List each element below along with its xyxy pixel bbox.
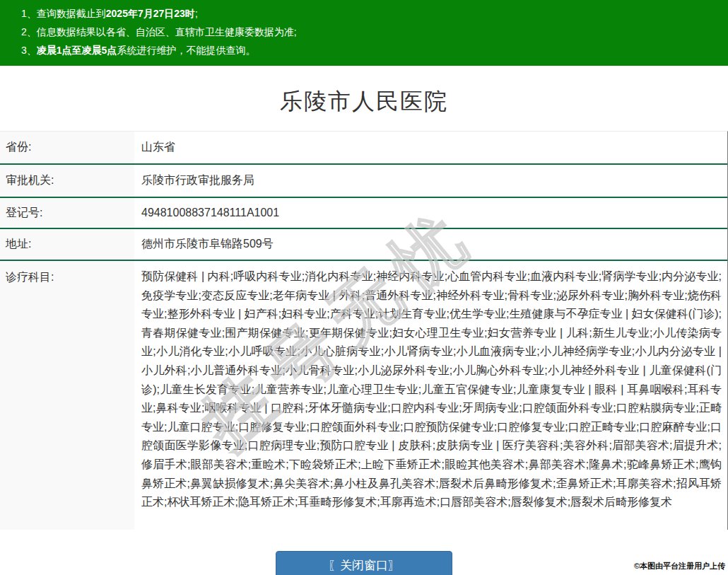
notice-line-3-num: 3、 bbox=[21, 45, 37, 56]
table-row-registration-number: 登记号: 49481008837148111A1001 bbox=[0, 198, 727, 229]
table-row-province: 省份: 山东省 bbox=[0, 132, 727, 165]
departments-label: 诊疗科目: bbox=[0, 261, 134, 530]
approval-authority-label: 审批机关: bbox=[0, 165, 134, 197]
province-value: 山东省 bbox=[134, 132, 727, 163]
address-label: 地址: bbox=[0, 229, 134, 260]
address-value: 德州市乐陵市阜锦路509号 bbox=[134, 229, 727, 260]
notice-line-1-num: 1、 bbox=[21, 8, 37, 19]
notice-line-2-text: 信息数据结果以各省、自治区、直辖市卫生健康委数据为准; bbox=[37, 26, 297, 37]
approval-authority-value: 乐陵市行政审批服务局 bbox=[134, 165, 727, 197]
registration-number-value: 49481008837148111A1001 bbox=[134, 198, 727, 228]
notice-line-2: 2、信息数据结果以各省、自治区、直辖市卫生健康委数据为准; bbox=[0, 23, 728, 41]
notice-line-3-bold: 凌晨1点至凌晨5点 bbox=[37, 45, 117, 56]
registration-number-label: 登记号: bbox=[0, 198, 134, 228]
table-row-departments: 诊疗科目: 预防保健科 | 内科;呼吸内科专业;消化内科专业;神经内科专业;心血… bbox=[0, 261, 727, 530]
notice-line-3: 3、凌晨1点至凌晨5点系统进行维护，不能提供查询。 bbox=[0, 41, 728, 59]
notice-line-2-num: 2、 bbox=[21, 26, 37, 37]
page-title: 乐陵市人民医院 bbox=[0, 86, 728, 117]
province-label: 省份: bbox=[0, 132, 134, 163]
notice-banner: 1、查询数据截止到2025年7月27日23时; 2、信息数据结果以各省、自治区、… bbox=[0, 0, 728, 66]
table-row-approval-authority: 审批机关: 乐陵市行政审批服务局 bbox=[0, 165, 727, 198]
departments-value: 预防保健科 | 内科;呼吸内科专业;消化内科专业;神经内科专业;心血管内科专业;… bbox=[134, 261, 727, 530]
attribution-text: ©本图由平台注册用户上传 bbox=[634, 561, 725, 571]
notice-line-1: 1、查询数据截止到2025年7月27日23时; bbox=[0, 4, 728, 23]
notice-line-3-post: 系统进行维护，不能提供查询。 bbox=[117, 45, 255, 56]
table-row-address: 地址: 德州市乐陵市阜锦路509号 bbox=[0, 229, 727, 261]
hospital-info-table: 省份: 山东省 审批机关: 乐陵市行政审批服务局 登记号: 4948100883… bbox=[0, 131, 728, 530]
notice-line-1-post: ; bbox=[195, 8, 198, 19]
notice-line-1-text: 查询数据截止到 bbox=[37, 8, 106, 19]
close-window-button[interactable]: 〖关闭窗口〗 bbox=[276, 551, 452, 575]
notice-line-1-bold: 2025年7月27日23时 bbox=[106, 8, 195, 19]
